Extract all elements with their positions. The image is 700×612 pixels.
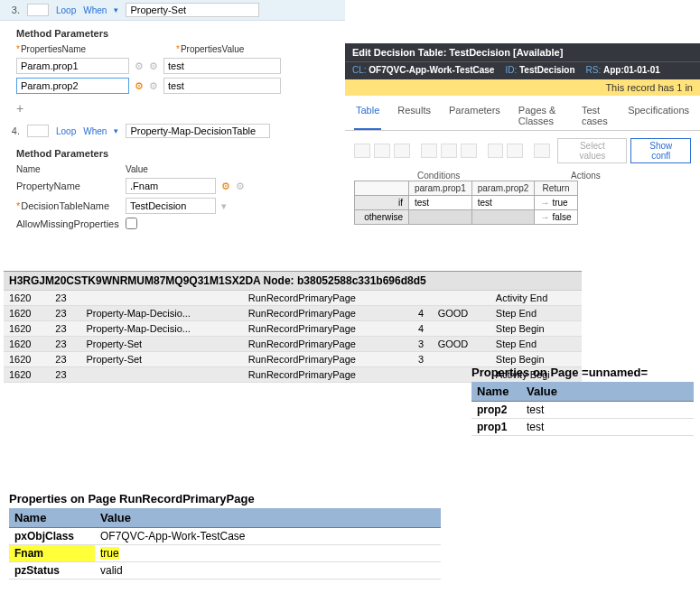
dt-corner [355,181,409,196]
param-name-input[interactable] [16,58,129,74]
param-row: ⚙⚙ [16,58,329,74]
toolbar-button[interactable] [507,144,523,158]
toolbar-button[interactable] [461,144,477,158]
step-number: 4. [7,125,20,136]
when-link[interactable]: When [83,5,107,15]
select-values-button[interactable]: Select values [557,138,627,163]
step-4-header[interactable]: 4. Loop When ▾ [0,121,345,141]
add-row-button[interactable]: + [0,101,345,121]
show-conflicts-button[interactable]: Show confl [630,138,691,163]
step-label-box[interactable] [27,125,49,137]
tab-table[interactable]: Table [354,101,381,130]
param-row: DecisionTableName ▾ [16,198,329,214]
tracer-row[interactable]: 162023RunRecordPrimaryPageActivity End [4,291,582,306]
dt-col-header[interactable]: Return [535,181,577,196]
gear-icon[interactable]: ⚙ [149,60,158,72]
dt-subheader: CL: OF7QVC-App-Work-TestCase ID: TestDec… [345,62,700,79]
dt-title: Edit Decision Table: TestDecision [Avail… [345,43,700,62]
gear-icon[interactable]: ⚙ [221,181,230,192]
tracer-row[interactable]: 162023Property-SetRunRecordPrimaryPage3G… [4,337,582,352]
toolbar-button[interactable] [488,144,504,158]
tab-test-cases[interactable]: Test cases [580,101,611,130]
dt-row[interactable]: otherwise →false [355,210,578,225]
col-header-name: PropertiesName [16,44,138,54]
gear-icon[interactable]: ⚙ [135,60,144,72]
param-row: AllowMissingProperties [16,218,329,229]
param-label: AllowMissingProperties [16,218,120,229]
toolbar-button[interactable] [374,144,390,158]
table-row: prop1test [471,419,694,436]
gear-icon[interactable]: ⚙ [149,80,158,92]
activity-panel: 3. Loop When ▾ Method Parameters Propert… [0,0,345,236]
table-row: pxObjClassOF7QVC-App-Work-TestCase [9,528,441,545]
dt-col-header[interactable]: param.prop2 [471,181,535,196]
dt-section-labels: Conditions Actions [345,171,700,181]
allow-missing-checkbox[interactable] [126,218,137,229]
step-label-box[interactable] [27,4,49,16]
when-link[interactable]: When [83,126,107,136]
decision-table: param.prop1 param.prop2 Return if test t… [354,181,578,225]
tracer-row[interactable]: 162023Property-Map-Decisio...RunRecordPr… [4,306,582,321]
gear-icon[interactable]: ⚙ [135,80,144,92]
param-name-input[interactable] [16,78,129,94]
param-row: PropertyName ⚙⚙ [16,178,329,194]
toolbar-button[interactable] [534,144,550,158]
method-params-grid: Name Value PropertyName ⚙⚙ DecisionTable… [0,164,345,236]
dt-col-header[interactable]: param.prop1 [409,181,472,196]
toolbar-button[interactable] [421,144,437,158]
table-row: prop2test [471,402,694,419]
table-row: Fnamtrue [9,545,441,562]
step-3-header[interactable]: 3. Loop When ▾ [0,0,345,21]
param-row: ⚙⚙ [16,78,329,94]
tab-parameters[interactable]: Parameters [447,101,502,130]
props-table: NameValue prop2test prop1test [471,382,694,436]
method-params-grid: PropertiesName PropertiesValue ⚙⚙ ⚙⚙ [0,44,345,101]
toolbar-button[interactable] [394,144,410,158]
param-value-input[interactable] [126,178,216,194]
method-params-title: Method Parameters [0,21,345,44]
col-header-value: Value [126,164,148,174]
param-value-input[interactable] [163,58,281,74]
loop-link[interactable]: Loop [56,5,76,15]
props-title: Properties on Page =unnamed= [471,363,694,382]
warning-bar[interactable]: This record has 1 in [345,79,700,96]
param-value-input[interactable] [163,78,281,94]
col-header-value: PropertiesValue [176,44,244,54]
props-table: NameValue pxObjClassOF7QVC-App-Work-Test… [9,508,441,580]
tab-bar: Table Results Parameters Pages & Classes… [345,96,700,131]
toolbar-button[interactable] [354,144,370,158]
gear-icon[interactable]: ⚙ [236,181,245,192]
loop-link[interactable]: Loop [56,126,76,136]
toolbar-button[interactable] [441,144,457,158]
chevron-down-icon[interactable]: ▾ [114,126,118,135]
param-label: PropertyName [16,181,120,191]
dt-row[interactable]: if test test →true [355,196,578,210]
tab-specifications[interactable]: Specifications [626,101,691,130]
param-value-input[interactable] [126,198,216,214]
decision-table-panel: Edit Decision Table: TestDecision [Avail… [345,43,700,225]
table-row: pzStatusvalid [9,562,441,580]
props-unnamed-panel: Properties on Page =unnamed= NameValue p… [471,363,694,436]
tab-pages-classes[interactable]: Pages & Classes [517,101,565,130]
step-number: 3. [7,5,20,15]
method-params-title: Method Parameters [0,141,345,164]
gear-icon[interactable]: ▾ [221,200,227,212]
method-input[interactable] [126,124,270,138]
param-label: DecisionTableName [16,200,120,211]
tracer-row[interactable]: 162023Property-Map-Decisio...RunRecordPr… [4,321,582,337]
tab-results[interactable]: Results [396,101,433,130]
method-input[interactable] [126,3,259,17]
props-run-panel: Properties on Page RunRecordPrimaryPage … [9,489,441,580]
col-header-name: Name [16,164,120,174]
dt-toolbar: Select values Show confl [345,131,700,171]
props-title: Properties on Page RunRecordPrimaryPage [9,489,441,508]
chevron-down-icon[interactable]: ▾ [114,5,118,14]
tracer-title: H3RGJM20CSTK9WNRMUM87MQ9Q31M1SX2DA Node:… [4,271,582,291]
